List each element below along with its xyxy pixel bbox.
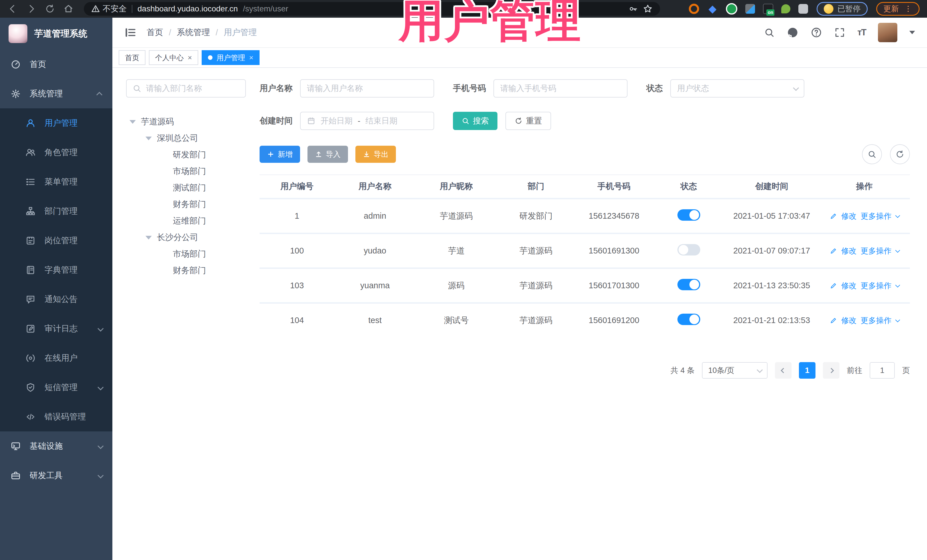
sidebar-menu-item[interactable]: 菜单管理 [0,167,112,196]
avatar-caret-icon[interactable] [909,31,915,34]
refresh-table-button[interactable] [890,144,910,164]
tree-node-label: 深圳总公司 [157,133,198,144]
header-search-icon[interactable] [764,27,775,38]
orange-ring-extension-icon[interactable] [689,4,699,14]
more-actions-link[interactable]: 更多操作 [860,281,891,291]
breadcrumb-item[interactable]: 系统管理 [177,27,210,38]
status-select[interactable]: 用户状态 [670,79,804,97]
more-actions-link[interactable]: 更多操作 [860,316,891,326]
status-toggle[interactable] [678,209,700,221]
more-actions-link[interactable]: 更多操作 [860,211,891,221]
sidebar-menu-item[interactable]: 首页 [0,50,112,79]
sidebar-menu-item[interactable]: 岗位管理 [0,226,112,255]
sidebar-menu-item[interactable]: 用户管理 [0,108,112,138]
fullscreen-icon[interactable] [834,27,845,38]
font-size-icon[interactable]: тT [857,27,866,38]
green-sprout-extension-icon[interactable] [781,4,790,14]
sidebar-menu-item[interactable]: 部门管理 [0,196,112,226]
current-page-button[interactable]: 1 [799,362,816,379]
dept-tree-node[interactable]: 财务部门 [126,196,246,213]
browser-reload-icon[interactable] [45,4,55,14]
breadcrumb-item[interactable]: 首页 [147,27,163,38]
blue-gem-extension-icon[interactable]: ◆ [707,3,718,14]
export-button[interactable]: 导出 [356,146,396,163]
close-tab-icon[interactable]: × [249,53,253,62]
tree-caret-icon[interactable] [146,236,152,240]
edit-link[interactable]: 修改 [841,246,857,256]
user-avatar[interactable] [878,23,897,42]
browser-menu-dots-icon[interactable] [904,5,912,13]
status-toggle[interactable] [678,279,700,290]
sidebar-menu-item[interactable]: 通知公告 [0,285,112,314]
view-tab[interactable]: 用户管理 × [202,50,260,65]
sidebar-menu-item[interactable]: 系统管理 [0,79,112,108]
security-warning[interactable]: 不安全 [91,3,127,14]
dept-tree-node[interactable]: 市场部门 [126,246,246,262]
online-icon [25,353,36,363]
browser-forward-icon[interactable] [26,4,36,14]
dept-tree-node[interactable]: 芋道源码 [126,114,246,130]
listmenu-icon [25,177,36,187]
dept-tree-node[interactable]: 财务部门 [126,262,246,279]
password-key-icon[interactable] [629,4,638,14]
close-tab-icon[interactable]: × [188,53,192,62]
toggle-search-button[interactable] [862,144,882,164]
chrome-update-button[interactable]: 更新 [876,2,919,16]
sidebar-menu-item[interactable]: 角色管理 [0,138,112,167]
logo-row[interactable]: 芋道管理系统 [0,18,112,50]
dept-tree-panel: 芋道源码 深圳总公司 研发部门 市场部门 测试部门 财务部门 运维部门 长沙分公… [126,79,246,560]
puzzle-extension-icon[interactable] [798,4,808,14]
date-end-placeholder: 结束日期 [365,115,397,126]
view-tab[interactable]: 个人中心 × [149,50,198,65]
more-actions-link[interactable]: 更多操作 [860,246,891,256]
edit-link[interactable]: 修改 [841,281,857,291]
dept-tree-node[interactable]: 深圳总公司 [126,130,246,147]
browser-home-icon[interactable] [63,4,74,14]
profile-paused-chip[interactable]: 已暂停 [817,2,868,16]
status-toggle[interactable] [678,244,700,255]
date-range-picker[interactable]: 开始日期 - 结束日期 [300,112,434,130]
sidebar-menu-item[interactable]: 研发工具 [0,461,112,490]
chevron-down-icon [757,367,763,373]
tree-caret-icon[interactable] [129,120,136,124]
username-input[interactable] [307,84,427,93]
dept-tree-node[interactable]: 研发部门 [126,147,246,163]
dark-list-extension-icon[interactable]: on [763,4,773,14]
dept-tree-node[interactable]: 运维部门 [126,213,246,229]
cell-created-time: 2021-01-07 09:07:17 [725,246,819,255]
warning-icon [91,5,100,13]
sidebar-menu-item[interactable]: 审计日志 [0,314,112,343]
edit-link[interactable]: 修改 [841,316,857,326]
docs-question-icon[interactable] [811,27,822,38]
collapse-sidebar-icon[interactable] [125,27,136,38]
reset-button[interactable]: 重置 [505,112,551,130]
mobile-input[interactable] [500,84,621,93]
edit-link[interactable]: 修改 [841,211,857,221]
tree-caret-icon[interactable] [146,137,152,140]
sidebar-menu-item[interactable]: 字典管理 [0,255,112,285]
sidebar-menu-item[interactable]: 错误码管理 [0,402,112,431]
paused-label: 已暂停 [837,4,860,14]
dept-tree-node[interactable]: 测试部门 [126,180,246,196]
dept-tree-node[interactable]: 长沙分公司 [126,229,246,246]
sidebar-menu-item[interactable]: 短信管理 [0,373,112,402]
next-page-button[interactable] [823,362,839,379]
import-button[interactable]: 导入 [307,146,348,163]
sidebar-menu-item[interactable]: 基础设施 [0,431,112,461]
dept-tree-node[interactable]: 市场部门 [126,163,246,180]
dept-search-input[interactable] [146,84,240,93]
search-button[interactable]: 搜索 [453,112,497,130]
add-button[interactable]: 新增 [260,146,300,163]
prev-page-button[interactable] [775,362,792,379]
status-toggle[interactable] [678,314,700,325]
page-size-select[interactable]: 10条/页 [702,362,767,379]
view-tab[interactable]: 首页 [119,50,146,65]
grid-extension-icon[interactable] [745,4,755,14]
sidebar-menu-item[interactable]: 在线用户 [0,343,112,373]
bookmark-star-icon[interactable] [643,4,653,14]
github-icon[interactable] [787,27,799,38]
breadcrumb-separator: / [216,28,218,37]
goto-page-input[interactable] [874,366,891,375]
browser-back-icon[interactable] [8,4,18,14]
green-circle-extension-icon[interactable] [726,3,737,15]
